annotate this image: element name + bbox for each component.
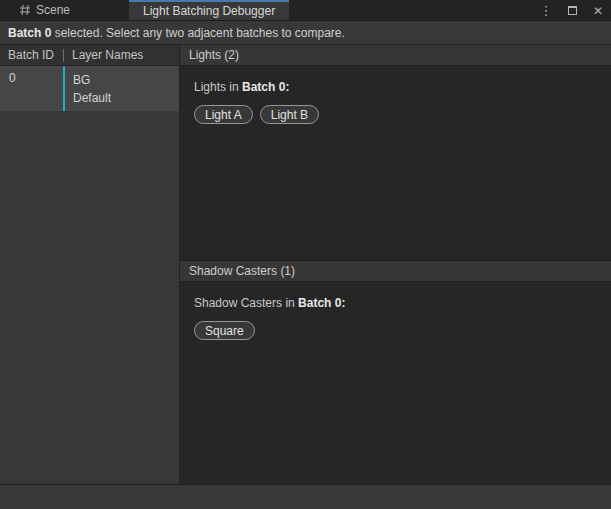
status-text: Batch 0 selected. Select any two adjacen… [8, 26, 345, 40]
column-divider [63, 49, 64, 62]
tab-debugger-label: Light Batching Debugger [143, 4, 275, 18]
batch-list-panel: Batch ID Layer Names 0 BG Default [0, 45, 180, 484]
tab-bar: Scene Light Batching Debugger ⋮ ✕ [0, 0, 611, 21]
window-controls: ⋮ ✕ [539, 0, 605, 21]
batch-table-header: Batch ID Layer Names [0, 45, 179, 66]
layer-name: Default [73, 89, 111, 107]
tab-scene[interactable]: Scene [8, 0, 81, 20]
lights-in-batch-label: Lights in Batch 0: [194, 80, 597, 94]
shadow-label-batch: Batch 0: [298, 296, 345, 310]
shadow-casters-section: Shadow Casters (1) Shadow Casters in Bat… [180, 260, 611, 484]
layer-names-cell: BG Default [65, 66, 111, 111]
maximize-glyph [568, 6, 577, 15]
tab-scene-label: Scene [36, 3, 70, 17]
lights-label-batch: Batch 0: [242, 80, 289, 94]
batch-details-panel: Lights (2) Lights in Batch 0: Light A Li… [180, 45, 611, 484]
bottom-bar [0, 484, 611, 509]
lights-section-header: Lights (2) [180, 45, 611, 66]
status-bar: Batch 0 selected. Select any two adjacen… [0, 21, 611, 45]
lights-chip-row: Light A Light B [194, 105, 597, 124]
shadow-casters-header-label: Shadow Casters (1) [189, 264, 295, 278]
lights-header-label: Lights (2) [189, 48, 239, 62]
status-hint: selected. Select any two adjacent batche… [51, 26, 345, 40]
scene-grid-icon [19, 4, 31, 16]
lights-label-prefix: Lights in [194, 80, 242, 94]
status-selected-batch: Batch 0 [8, 26, 51, 40]
shadow-caster-chip[interactable]: Square [194, 321, 255, 340]
shadow-casters-chip-row: Square [194, 321, 597, 340]
batch-id-cell: 0 [0, 66, 63, 111]
lights-section: Lights (2) Lights in Batch 0: Light A Li… [180, 45, 611, 260]
shadow-casters-section-header: Shadow Casters (1) [180, 261, 611, 282]
layer-name: BG [73, 71, 111, 89]
unity-editor-window: Scene Light Batching Debugger ⋮ ✕ Batch … [0, 0, 611, 509]
shadow-casters-in-batch-label: Shadow Casters in Batch 0: [194, 296, 597, 310]
main-area: Batch ID Layer Names 0 BG Default Lights… [0, 45, 611, 484]
shadow-label-prefix: Shadow Casters in [194, 296, 298, 310]
lights-section-body: Lights in Batch 0: Light A Light B [180, 66, 611, 124]
tab-light-batching-debugger[interactable]: Light Batching Debugger [129, 0, 289, 20]
shadow-casters-section-body: Shadow Casters in Batch 0: Square [180, 282, 611, 340]
close-icon[interactable]: ✕ [591, 4, 605, 18]
light-chip[interactable]: Light A [194, 105, 253, 124]
maximize-icon[interactable] [565, 4, 579, 18]
batch-row-selected[interactable]: 0 BG Default [0, 66, 179, 111]
light-chip[interactable]: Light B [260, 105, 319, 124]
column-batch-id: Batch ID [0, 48, 63, 62]
column-layer-names: Layer Names [72, 48, 143, 62]
menu-icon[interactable]: ⋮ [539, 4, 553, 18]
